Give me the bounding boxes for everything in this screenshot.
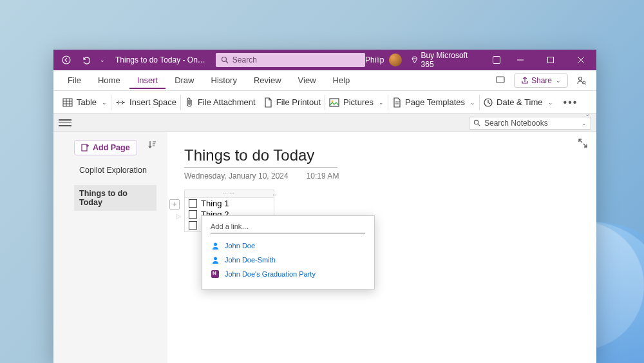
document-icon	[263, 97, 272, 108]
svg-point-0	[62, 56, 70, 64]
table-icon	[62, 97, 73, 108]
undo-dropdown-icon[interactable]: ⌄	[100, 57, 105, 63]
tab-help[interactable]: Help	[325, 72, 358, 89]
page-templates-button[interactable]: Page Templates⌄	[388, 95, 479, 110]
block-arrow-icon: ▷	[176, 212, 181, 221]
svg-point-9	[579, 77, 582, 80]
checkbox-icon[interactable]	[189, 221, 197, 230]
svg-rect-18	[330, 99, 339, 106]
username-label[interactable]: Philip	[365, 55, 384, 64]
global-search-input[interactable]: Search	[216, 53, 365, 67]
picture-icon	[329, 98, 339, 107]
contact-icon	[211, 255, 220, 264]
main-body: Add Page Copilot Exploration Things to d…	[53, 132, 596, 363]
tab-draw[interactable]: Draw	[167, 72, 202, 89]
buy-microsoft-365-button[interactable]: Buy Microsoft 365	[411, 51, 481, 69]
template-icon	[392, 97, 401, 108]
suggestion-contact-1[interactable]: John Doe	[211, 239, 365, 253]
checkbox-icon[interactable]	[189, 199, 197, 208]
suggestion-contact-2[interactable]: John Doe-Smith	[211, 253, 365, 267]
svg-line-11	[585, 83, 587, 84]
navigation-bar: Search Notebooks ⌄	[53, 114, 596, 132]
onenote-page-icon	[211, 270, 220, 279]
checkbox-icon[interactable]	[189, 210, 197, 219]
insert-space-button[interactable]: Insert Space	[111, 95, 180, 110]
todo-row-1[interactable]: Thing 1	[185, 198, 274, 209]
svg-rect-7	[497, 77, 504, 83]
page-list-sidebar: Add Page Copilot Exploration Things to d…	[53, 132, 166, 363]
page-time: 10:19 AM	[307, 172, 339, 181]
window-title: Things to do Today - On…	[115, 55, 205, 64]
paperclip-icon	[185, 97, 194, 108]
file-printout-button[interactable]: File Printout	[260, 95, 325, 110]
search-notebooks-input[interactable]: Search Notebooks ⌄	[469, 117, 591, 130]
insert-space-icon	[115, 97, 126, 108]
add-page-icon	[81, 144, 89, 152]
note-drag-handle[interactable]: ⋯⋯	[185, 190, 274, 198]
fullscreen-icon[interactable]	[578, 139, 587, 148]
ribbon-collapse-chevron-icon[interactable]: ⌄	[585, 110, 590, 117]
share-button[interactable]: Share ⌄	[514, 74, 568, 88]
svg-point-29	[214, 257, 217, 260]
ribbon-more-button[interactable]: •••	[560, 94, 582, 111]
close-button[interactable]	[569, 50, 594, 70]
search-icon	[221, 56, 229, 64]
svg-line-24	[478, 124, 480, 126]
titlebar: ⌄ Things to do Today - On… Search Philip…	[53, 50, 596, 70]
contact-icon	[211, 241, 220, 250]
svg-rect-4	[548, 57, 554, 63]
page-canvas[interactable]: Things to do Today Wednesday, January 10…	[167, 132, 596, 363]
tab-file[interactable]: File	[60, 72, 89, 89]
svg-rect-12	[63, 99, 72, 106]
ribbon-mode-button[interactable]	[490, 54, 503, 66]
tab-view[interactable]: View	[290, 72, 324, 89]
onenote-window: ⌄ Things to do Today - On… Search Philip…	[53, 50, 596, 363]
svg-rect-8	[498, 78, 503, 81]
clock-icon	[484, 98, 493, 107]
person-search-icon[interactable]	[573, 72, 590, 89]
svg-rect-25	[82, 144, 87, 151]
ribbon-commands: Table⌄ Insert Space File Attachment File…	[53, 91, 596, 114]
hamburger-icon[interactable]	[59, 119, 71, 126]
search-icon	[473, 119, 480, 126]
sidebar-item-things-to-do[interactable]: Things to do Today	[74, 185, 156, 211]
svg-point-10	[583, 81, 585, 84]
link-suggestion-popup: Add a link… John Doe John Doe-Smith John…	[201, 215, 375, 289]
tab-history[interactable]: History	[204, 72, 245, 89]
suggestion-page-1[interactable]: John Doe's Graduation Party	[211, 267, 365, 281]
maximize-button[interactable]	[538, 50, 564, 70]
svg-point-28	[214, 242, 217, 246]
tab-insert[interactable]: Insert	[129, 72, 166, 89]
back-button[interactable]	[60, 54, 73, 66]
note-resize-handle[interactable]: ↔	[272, 191, 278, 198]
page-date: Wednesday, January 10, 2024	[184, 172, 289, 181]
avatar[interactable]	[389, 54, 402, 66]
date-time-button[interactable]: Date & Time⌄	[480, 95, 557, 110]
add-page-button[interactable]: Add Page	[74, 140, 137, 155]
ribbon-tabs: File Home Insert Draw History Review Vie…	[53, 70, 596, 91]
diamond-icon	[411, 56, 419, 64]
pictures-button[interactable]: Pictures⌄	[325, 95, 388, 110]
file-attachment-button[interactable]: File Attachment	[181, 95, 260, 110]
tab-home[interactable]: Home	[90, 72, 128, 89]
svg-point-23	[474, 120, 478, 124]
share-icon	[521, 77, 529, 84]
svg-line-2	[226, 61, 228, 63]
search-placeholder: Search	[232, 55, 257, 64]
table-button[interactable]: Table⌄	[59, 95, 111, 110]
svg-point-19	[332, 100, 334, 102]
sort-icon[interactable]	[147, 140, 156, 149]
popup-title: Add a link…	[211, 222, 365, 233]
minimize-button[interactable]	[508, 50, 533, 70]
comments-icon[interactable]	[492, 72, 509, 89]
add-block-button[interactable]: +	[169, 199, 180, 210]
sidebar-item-copilot[interactable]: Copilot Exploration	[74, 162, 156, 179]
page-title[interactable]: Things to do Today	[184, 146, 337, 168]
svg-point-1	[222, 57, 226, 62]
undo-button[interactable]	[79, 54, 92, 66]
tab-review[interactable]: Review	[246, 72, 289, 89]
